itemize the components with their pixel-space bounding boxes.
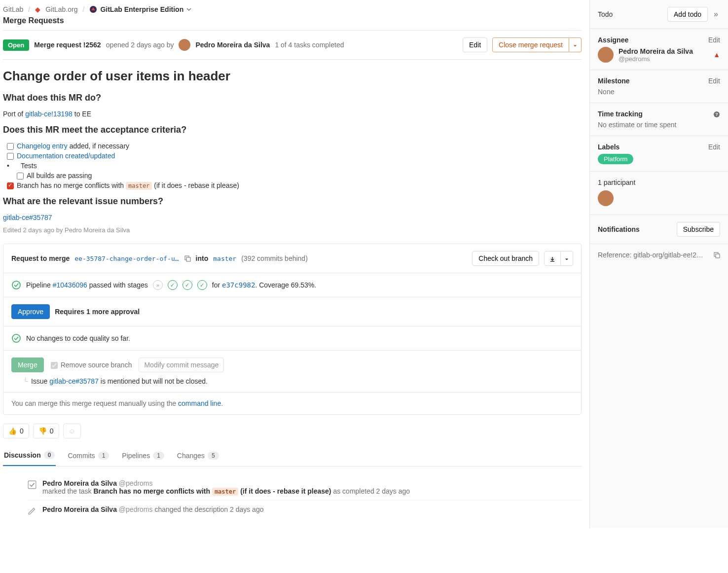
labels-edit[interactable]: Edit — [708, 143, 720, 151]
quality-pass-icon — [11, 333, 21, 343]
task-done-icon — [28, 480, 36, 489]
smile-icon: ☺ — [69, 427, 75, 435]
close-mr-dropdown[interactable] — [569, 37, 582, 52]
task-status: 1 of 4 tasks completed — [275, 41, 344, 49]
reference-text: Reference: gitlab-org/gitlab-ee!2… — [598, 251, 703, 259]
svg-rect-2 — [186, 257, 190, 261]
stage-pass-icon[interactable]: ✓ — [168, 280, 178, 290]
svg-rect-5 — [28, 481, 36, 489]
tab-pipelines[interactable]: Pipelines1 — [121, 445, 165, 466]
task-builds-checkbox[interactable] — [17, 173, 24, 179]
approve-button[interactable]: Approve — [11, 304, 50, 319]
todo-label: Todo — [598, 10, 663, 18]
tanuki-icon — [89, 5, 97, 13]
approve-hint: Requires 1 more approval — [55, 308, 140, 316]
assignee-name[interactable]: Pedro Moreira da Silva — [619, 47, 693, 55]
remove-branch-label[interactable]: Remove source branch — [51, 361, 132, 369]
task-builds: All builds are passing — [17, 172, 582, 179]
quality-text: No changes to code quality so far. — [26, 334, 130, 342]
edit-button[interactable]: Edit — [463, 37, 487, 52]
checkout-button[interactable]: Check out branch — [472, 251, 539, 266]
collapse-sidebar-icon[interactable]: » — [712, 8, 720, 21]
author-avatar[interactable] — [179, 39, 190, 51]
copy-branch-icon[interactable] — [184, 255, 191, 262]
participant-avatar[interactable] — [598, 190, 614, 206]
source-branch[interactable]: ee-35787-change-order-of-u… — [74, 255, 179, 262]
port-line: Port of gitlab-ce!13198 to EE — [3, 110, 582, 118]
svg-point-4 — [12, 334, 20, 342]
sha-link[interactable]: e37c9982 — [222, 281, 255, 289]
milestone-edit[interactable]: Edit — [708, 77, 720, 85]
assignee-handle: @pedroms — [619, 55, 693, 63]
tab-changes[interactable]: Changes5 — [176, 445, 220, 466]
system-note: Pedro Moreira da Silva @pedroms changed … — [28, 500, 582, 520]
merge-button[interactable]: Merge — [11, 358, 44, 372]
help-icon[interactable]: ? — [713, 110, 720, 118]
section-issues: What are the relevant issue numbers? — [3, 196, 582, 207]
manual-merge-text: You can merge this merge request manuall… — [11, 399, 223, 407]
download-button[interactable] — [544, 251, 561, 266]
task-tests: Tests — [7, 162, 582, 170]
target-branch[interactable]: master — [213, 255, 236, 262]
copy-reference-icon[interactable] — [713, 251, 720, 258]
task-docs: Documentation created/updated — [7, 152, 582, 160]
chevron-down-icon — [186, 7, 191, 12]
page-subtitle: Merge Requests — [3, 16, 582, 31]
milestone-label: Milestone — [598, 77, 630, 85]
thumbs-down-icon: 👎 — [38, 427, 47, 435]
svg-rect-9 — [716, 254, 720, 258]
crumb-root[interactable]: GitLab — [3, 5, 23, 13]
task-docs-checkbox[interactable] — [7, 153, 14, 160]
download-dropdown[interactable] — [561, 251, 573, 266]
stage-skipped-icon[interactable]: » — [153, 280, 163, 290]
tab-discussion[interactable]: Discussion0 — [3, 445, 56, 466]
command-line-link[interactable]: command line — [178, 399, 221, 407]
crumb-project[interactable]: GitLab Enterprise Edition — [89, 5, 191, 13]
issue-mention-link[interactable]: gitlab-ce#35787 — [49, 377, 99, 385]
system-note: Pedro Moreira da Silva @pedroms marked t… — [28, 474, 582, 500]
task-changelog-checkbox[interactable] — [7, 143, 14, 150]
state-badge: Open — [3, 39, 29, 51]
pipeline-link[interactable]: #10436096 — [53, 281, 87, 289]
relevant-issue-link[interactable]: gitlab-ce#35787 — [3, 214, 52, 221]
tab-commits[interactable]: Commits1 — [67, 445, 110, 466]
tracking-label: Time tracking — [598, 110, 643, 118]
participants-label: 1 participant — [598, 179, 720, 186]
stage-pass-icon[interactable]: ✓ — [182, 280, 192, 290]
port-link[interactable]: gitlab-ce!13198 — [25, 110, 73, 118]
pipeline-pass-icon — [11, 280, 21, 290]
warning-icon: ▲ — [713, 51, 720, 59]
milestone-value: None — [598, 88, 720, 96]
author-name[interactable]: Pedro Moreira da Silva — [195, 41, 270, 49]
section-criteria: Does this MR meet the acceptance criteri… — [3, 125, 582, 135]
tracking-value: No estimate or time spent — [598, 121, 720, 129]
breadcrumb: GitLab / ◆ GitLab.org / GitLab Enterpris… — [3, 3, 582, 15]
modify-commit-button[interactable]: Modify commit message — [139, 358, 224, 372]
opened-text: opened 2 days ago by — [106, 41, 174, 49]
label-platform[interactable]: Platform — [598, 154, 633, 164]
request-label: Request to merge — [11, 254, 70, 262]
mr-id: Merge request !2562 — [34, 41, 101, 49]
section-what: What does this MR do? — [3, 93, 582, 103]
add-reaction-button[interactable]: ☺ — [63, 424, 81, 438]
notifications-label: Notifications — [598, 225, 640, 233]
close-mr-button[interactable]: Close merge request — [492, 37, 569, 52]
assignee-edit[interactable]: Edit — [708, 36, 720, 44]
thumbs-up-button[interactable]: 👍0 — [3, 424, 29, 438]
add-todo-button[interactable]: Add todo — [667, 7, 708, 22]
behind-count: (392 commits behind) — [241, 254, 308, 262]
merge-widget: Request to merge ee-35787-change-order-o… — [3, 244, 582, 415]
thumbs-up-icon: 👍 — [8, 427, 17, 435]
edited-note: Edited 2 days ago by Pedro Moreira da Si… — [3, 226, 582, 234]
crumb-org[interactable]: GitLab.org — [45, 5, 77, 13]
gitlab-icon: ◆ — [35, 5, 40, 13]
svg-text:?: ? — [715, 112, 718, 117]
assignee-avatar[interactable] — [598, 47, 614, 63]
labels-label: Labels — [598, 143, 619, 151]
stage-pass-icon[interactable]: ✓ — [197, 280, 207, 290]
task-branch-checkbox[interactable] — [7, 182, 14, 189]
svg-point-3 — [12, 281, 20, 289]
thumbs-down-button[interactable]: 👎0 — [33, 424, 59, 438]
subscribe-button[interactable]: Subscribe — [677, 222, 720, 237]
remove-branch-checkbox[interactable] — [51, 362, 58, 369]
